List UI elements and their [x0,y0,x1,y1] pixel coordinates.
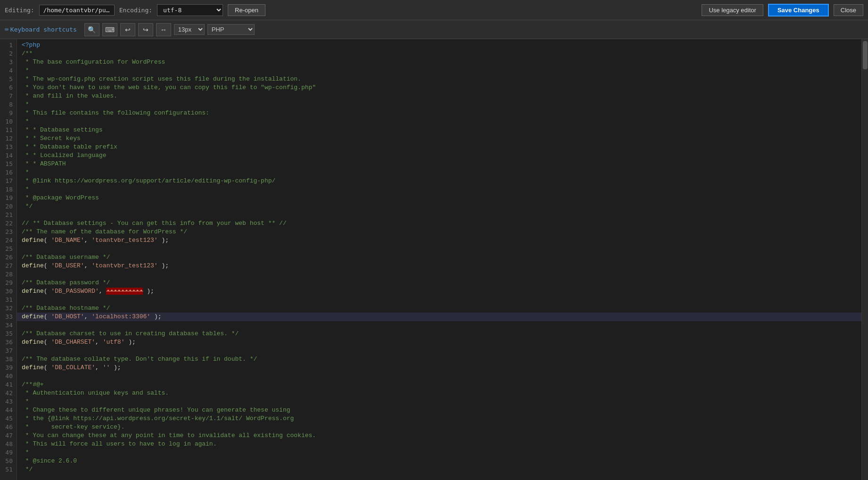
code-line[interactable]: // ** Database settings - You can get th… [17,219,861,228]
code-line[interactable]: */ [17,465,861,474]
line-number: 34 [4,321,13,330]
code-line[interactable]: define( 'DB_USER', 'toantvbr_test123' ); [17,262,861,270]
code-line[interactable]: * * Secret keys [17,134,861,143]
line-number: 47 [4,431,13,440]
line-number: 9 [4,109,13,117]
code-line[interactable]: * the {@link https://api.wordpress.org/s… [17,414,861,423]
code-line[interactable]: * The wp-config.php creation script uses… [17,75,861,83]
wrap-button[interactable]: ↔ [156,23,171,36]
keyboard-shortcuts-link[interactable]: ⌨ Keyboard shortcuts [5,26,77,33]
code-line[interactable]: * You can change these at any point in t… [17,431,861,440]
code-line[interactable]: define( 'DB_NAME', 'toantvbr_test123' ); [17,236,861,245]
code-line[interactable]: define( 'DB_CHARSET', 'utf8' ); [17,338,861,347]
code-line[interactable]: */ [17,202,861,211]
code-line[interactable]: * This will force all users to have to l… [17,440,861,448]
code-line[interactable] [17,347,861,355]
code-line[interactable]: /** The name of the database for WordPre… [17,228,861,236]
line-number: 23 [4,228,13,236]
code-line[interactable]: * Authentication unique keys and salts. [17,389,861,397]
code-line[interactable]: * The base configuration for WordPress [17,58,861,66]
line-number: 12 [4,134,13,143]
line-number: 45 [4,414,13,423]
code-line[interactable]: * Change these to different unique phras… [17,406,861,414]
editor: 1234567891011121314151617181920212223242… [0,39,868,480]
code-line[interactable]: * [17,185,861,194]
code-line[interactable]: * [17,397,861,406]
line-number: 8 [4,100,13,109]
redo-button[interactable]: ↪ [138,23,153,36]
code-line[interactable]: * You don't have to use the web site, yo… [17,83,861,92]
code-line[interactable] [17,245,861,253]
code-line[interactable]: * and fill in the values. [17,92,861,100]
code-line[interactable]: * [17,168,861,177]
encoding-select[interactable]: utf-8 latin-1 ascii [157,4,223,16]
code-line[interactable]: /** Database password */ [17,279,861,287]
line-number: 4 [4,66,13,75]
code-line[interactable]: * [17,117,861,126]
code-line[interactable]: * secret-key service}. [17,423,861,431]
code-line[interactable]: /** Database charset to use in creating … [17,330,861,338]
code-line[interactable]: * @since 2.6.0 [17,457,861,465]
code-line[interactable]: * * Localized language [17,151,861,160]
code-line[interactable] [17,321,861,330]
reopen-button[interactable]: Re-open [228,4,265,16]
code-line[interactable]: <?php [17,41,861,50]
file-path: /home/toantvbr/public_h [39,5,115,16]
line-number: 7 [4,92,13,100]
code-line[interactable] [17,270,861,279]
code-line[interactable]: /** [17,50,861,58]
code-line[interactable]: * @link https://wordpress.org/support/ar… [17,177,861,185]
toolbar: ⌨ Keyboard shortcuts 🔍 ⌨ ↩ ↪ ↔ 13px 11px… [0,20,868,39]
keyboard-icon: ⌨ [5,26,8,33]
editing-label: Editing: [5,7,34,14]
code-line[interactable] [17,211,861,219]
line-number: 14 [4,151,13,160]
code-line[interactable]: /** Database hostname */ [17,304,861,313]
line-number: 38 [4,355,13,364]
line-number: 39 [4,364,13,372]
top-bar: Editing: /home/toantvbr/public_h Encodin… [0,0,868,20]
code-line[interactable]: * * Database table prefix [17,143,861,151]
line-number: 18 [4,185,13,194]
code-line[interactable]: /** Database username */ [17,253,861,262]
line-number: 16 [4,168,13,177]
code-line[interactable]: * * Database settings [17,126,861,134]
code-line[interactable]: * * ABSPATH [17,160,861,168]
line-number: 13 [4,143,13,151]
line-number: 3 [4,58,13,66]
line-numbers: 1234567891011121314151617181920212223242… [0,39,17,480]
line-number: 25 [4,245,13,253]
code-line[interactable] [17,296,861,304]
line-number: 17 [4,177,13,185]
code-line[interactable]: define( 'DB_HOST', 'localhost:3306' ); [17,313,861,321]
code-line[interactable]: * [17,448,861,457]
code-line[interactable]: /**#@+ [17,381,861,389]
save-changes-button[interactable]: Save Changes [768,4,829,17]
line-number: 6 [4,83,13,92]
line-number: 1 [4,41,13,50]
line-number: 26 [4,253,13,262]
code-line[interactable] [17,372,861,381]
terminal-button[interactable]: ⌨ [102,23,117,36]
code-line[interactable]: * @package WordPress [17,194,861,202]
code-line[interactable]: /** The database collate type. Don't cha… [17,355,861,364]
line-number: 24 [4,236,13,245]
line-number: 40 [4,372,13,381]
search-button[interactable]: 🔍 [84,23,99,36]
use-legacy-editor-button[interactable]: Use legacy editor [702,4,763,16]
code-area[interactable]: <?php/** * The base configuration for Wo… [17,39,861,480]
code-line[interactable]: define( 'DB_PASSWORD', •••••••••• ); [17,287,861,296]
code-line[interactable]: define( 'DB_COLLATE', '' ); [17,364,861,372]
code-line[interactable]: * This file contains the following confi… [17,109,861,117]
line-number: 50 [4,457,13,465]
undo-button[interactable]: ↩ [120,23,135,36]
line-number: 20 [4,202,13,211]
line-number: 28 [4,270,13,279]
code-line[interactable]: * [17,100,861,109]
close-button[interactable]: Close [834,4,863,16]
scrollbar-thumb[interactable] [863,41,868,69]
code-line[interactable]: * [17,66,861,75]
language-select[interactable]: PHP JavaScript CSS HTML [207,24,255,35]
scrollbar[interactable] [861,39,868,480]
font-size-select[interactable]: 13px 11px 14px 16px [174,24,205,35]
